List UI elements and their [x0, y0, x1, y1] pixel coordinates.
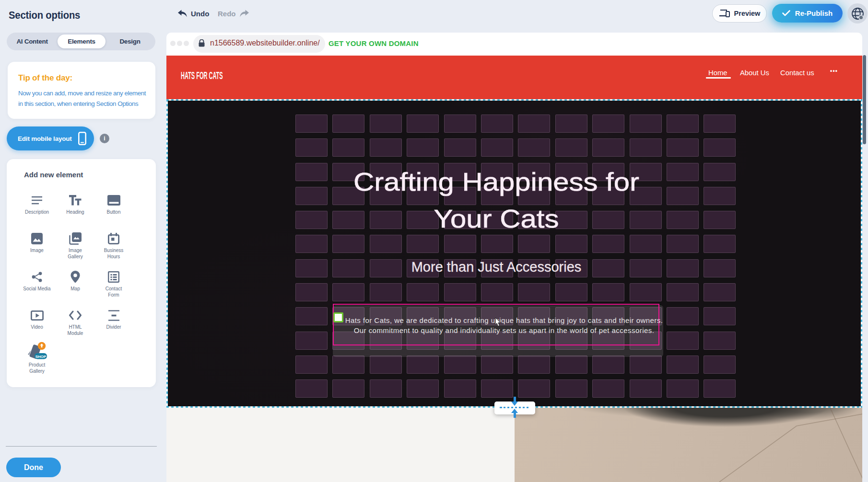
svg-text:SHOP: SHOP [35, 355, 47, 359]
